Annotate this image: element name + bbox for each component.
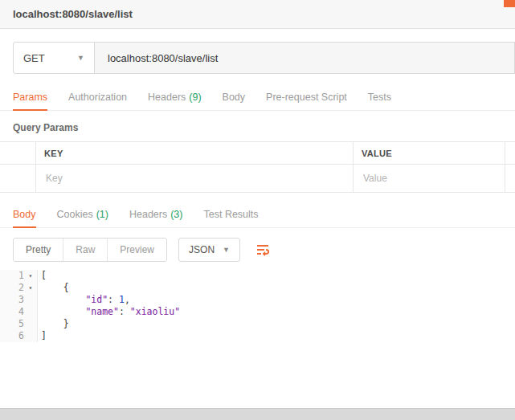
response-headers-count-badge: (3) (170, 209, 182, 220)
tab-pre-request-script[interactable]: Pre-request Script (266, 84, 347, 110)
headers-count-badge: (9) (189, 92, 201, 103)
view-mode-segmented-control: Pretty Raw Preview (13, 238, 167, 262)
code-line: 1 ▾ [ (0, 270, 515, 282)
column-header-value: VALUE (362, 149, 392, 158)
line-number: 1 (0, 270, 24, 282)
view-raw-button[interactable]: Raw (63, 239, 108, 261)
wrap-lines-icon (255, 242, 271, 258)
response-tab-cookies[interactable]: Cookies (1) (57, 201, 108, 227)
tab-authorization[interactable]: Authorization (68, 84, 127, 110)
url-input[interactable] (95, 42, 515, 74)
query-params-title: Query Params (13, 122, 502, 133)
param-key-input[interactable] (44, 172, 337, 185)
request-tabs: Params Authorization Headers (9) Body Pr… (0, 84, 515, 111)
tab-params[interactable]: Params (13, 84, 47, 110)
chevron-down-icon: ▼ (223, 246, 230, 254)
tab-tests[interactable]: Tests (368, 84, 391, 110)
postman-window: localhost:8080/slave/list GET ▼ Params A… (0, 0, 515, 420)
request-tab-bar: localhost:8080/slave/list (0, 0, 515, 29)
fold-toggle-icon[interactable]: ▾ (24, 282, 38, 294)
column-header-key: KEY (44, 149, 63, 158)
json-key: "name" (85, 306, 119, 317)
response-tab-body[interactable]: Body (13, 201, 36, 227)
request-url-row: GET ▼ (13, 42, 515, 74)
query-params-header-row: KEY VALUE (0, 142, 515, 165)
code-line: 2 ▾ { (0, 282, 515, 294)
chevron-down-icon: ▼ (77, 54, 84, 62)
line-number: 5 (0, 318, 24, 330)
code-line: 6 ] (0, 330, 515, 342)
response-toolbar: Pretty Raw Preview JSON ▼ (13, 238, 502, 262)
param-value-input[interactable] (362, 172, 497, 185)
response-tab-headers[interactable]: Headers (3) (129, 201, 183, 227)
line-number: 2 (0, 282, 24, 294)
line-number: 4 (0, 306, 24, 318)
code-line: 3 "id": 1, (0, 294, 515, 306)
format-select-value: JSON (189, 244, 215, 255)
format-select[interactable]: JSON ▼ (178, 238, 240, 262)
tab-body[interactable]: Body (223, 84, 246, 110)
tab-indicator (504, 0, 515, 7)
view-preview-button[interactable]: Preview (108, 239, 166, 261)
header-checkbox-cell (0, 142, 36, 164)
view-pretty-button[interactable]: Pretty (14, 239, 63, 261)
response-tab-test-results[interactable]: Test Results (203, 201, 258, 227)
line-number: 3 (0, 294, 24, 306)
response-body-editor[interactable]: 1 ▾ [ 2 ▾ { 3 "id": 1, 4 "name": "xiaoli… (0, 270, 515, 411)
response-tabs: Body Cookies (1) Headers (3) Test Result… (0, 201, 515, 228)
method-select[interactable]: GET ▼ (13, 42, 95, 74)
fold-toggle-icon[interactable]: ▾ (24, 270, 38, 282)
code-line: 5 } (0, 318, 515, 330)
cookies-count-badge: (1) (96, 209, 108, 220)
json-key: "id" (85, 294, 108, 305)
query-params-row (0, 165, 515, 192)
code-line: 4 "name": "xiaoliu" (0, 306, 515, 318)
method-select-value: GET (23, 52, 45, 64)
row-checkbox-cell[interactable] (0, 165, 36, 192)
request-tab-title[interactable]: localhost:8080/slave/list (13, 8, 133, 20)
wrap-lines-button[interactable] (253, 240, 272, 259)
json-number-value: 1 (119, 294, 125, 305)
window-bottom-edge (0, 408, 515, 420)
query-params-table: KEY VALUE (0, 141, 515, 193)
tab-headers[interactable]: Headers (9) (148, 84, 202, 110)
json-string-value: "xiaoliu" (130, 306, 180, 317)
line-number: 6 (0, 330, 24, 342)
